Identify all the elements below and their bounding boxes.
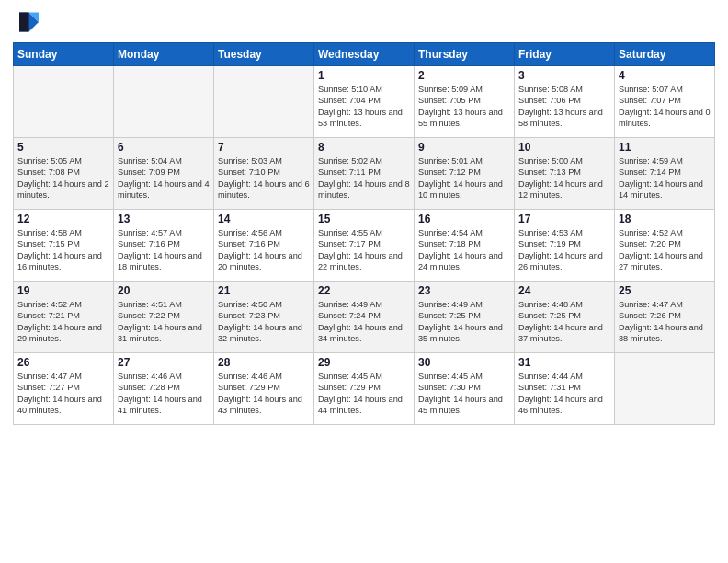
day-info: Sunrise: 4:55 AM Sunset: 7:17 PM Dayligh… <box>318 227 410 273</box>
day-info: Sunrise: 4:56 AM Sunset: 7:16 PM Dayligh… <box>218 227 310 273</box>
day-info: Sunrise: 4:50 AM Sunset: 7:23 PM Dayligh… <box>218 299 310 345</box>
calendar-cell: 15Sunrise: 4:55 AM Sunset: 7:17 PM Dayli… <box>314 210 415 282</box>
calendar-cell: 31Sunrise: 4:44 AM Sunset: 7:31 PM Dayli… <box>515 353 615 425</box>
week-row-1: 1Sunrise: 5:10 AM Sunset: 7:04 PM Daylig… <box>14 66 715 138</box>
logo <box>13 9 42 35</box>
day-number: 17 <box>518 213 610 225</box>
day-number: 10 <box>518 141 610 154</box>
day-number: 26 <box>17 356 109 369</box>
calendar-cell: 2Sunrise: 5:09 AM Sunset: 7:05 PM Daylig… <box>415 66 515 138</box>
day-number: 9 <box>418 141 510 154</box>
day-info: Sunrise: 5:09 AM Sunset: 7:05 PM Dayligh… <box>418 84 510 130</box>
day-info: Sunrise: 4:49 AM Sunset: 7:25 PM Dayligh… <box>418 299 510 345</box>
day-info: Sunrise: 4:48 AM Sunset: 7:25 PM Dayligh… <box>518 299 610 345</box>
day-number: 15 <box>318 213 410 225</box>
day-number: 28 <box>218 356 310 369</box>
calendar-cell: 29Sunrise: 4:45 AM Sunset: 7:29 PM Dayli… <box>314 353 415 425</box>
day-info: Sunrise: 4:51 AM Sunset: 7:22 PM Dayligh… <box>118 299 210 345</box>
weekday-header-saturday: Saturday <box>615 43 715 66</box>
week-row-5: 26Sunrise: 4:47 AM Sunset: 7:27 PM Dayli… <box>14 353 715 425</box>
day-number: 27 <box>118 356 210 369</box>
calendar-cell <box>14 66 114 138</box>
day-info: Sunrise: 4:49 AM Sunset: 7:24 PM Dayligh… <box>318 299 410 345</box>
calendar-cell <box>214 66 314 138</box>
day-info: Sunrise: 4:47 AM Sunset: 7:26 PM Dayligh… <box>619 299 711 345</box>
calendar-cell: 8Sunrise: 5:02 AM Sunset: 7:11 PM Daylig… <box>314 138 415 210</box>
calendar-cell: 10Sunrise: 5:00 AM Sunset: 7:13 PM Dayli… <box>515 138 615 210</box>
calendar-cell: 7Sunrise: 5:03 AM Sunset: 7:10 PM Daylig… <box>214 138 314 210</box>
calendar-cell: 23Sunrise: 4:49 AM Sunset: 7:25 PM Dayli… <box>415 282 515 353</box>
day-number: 24 <box>518 284 610 297</box>
calendar-cell: 26Sunrise: 4:47 AM Sunset: 7:27 PM Dayli… <box>14 353 114 425</box>
calendar-cell: 22Sunrise: 4:49 AM Sunset: 7:24 PM Dayli… <box>314 282 415 353</box>
day-info: Sunrise: 4:59 AM Sunset: 7:14 PM Dayligh… <box>619 155 711 201</box>
page: SundayMondayTuesdayWednesdayThursdayFrid… <box>0 0 728 563</box>
weekday-header-tuesday: Tuesday <box>214 43 314 66</box>
day-number: 21 <box>218 284 310 297</box>
calendar-cell: 1Sunrise: 5:10 AM Sunset: 7:04 PM Daylig… <box>314 66 415 138</box>
day-number: 14 <box>218 213 310 225</box>
calendar-cell: 3Sunrise: 5:08 AM Sunset: 7:06 PM Daylig… <box>515 66 615 138</box>
day-info: Sunrise: 4:45 AM Sunset: 7:30 PM Dayligh… <box>418 371 510 417</box>
calendar-cell <box>114 66 214 138</box>
calendar-cell: 25Sunrise: 4:47 AM Sunset: 7:26 PM Dayli… <box>615 282 715 353</box>
day-number: 25 <box>619 284 711 297</box>
day-info: Sunrise: 4:52 AM Sunset: 7:21 PM Dayligh… <box>17 299 109 345</box>
day-info: Sunrise: 4:53 AM Sunset: 7:19 PM Dayligh… <box>518 227 610 273</box>
calendar-cell: 20Sunrise: 4:51 AM Sunset: 7:22 PM Dayli… <box>114 282 214 353</box>
calendar-cell: 17Sunrise: 4:53 AM Sunset: 7:19 PM Dayli… <box>515 210 615 282</box>
day-info: Sunrise: 5:02 AM Sunset: 7:11 PM Dayligh… <box>318 155 410 201</box>
calendar-cell: 4Sunrise: 5:07 AM Sunset: 7:07 PM Daylig… <box>615 66 715 138</box>
header <box>13 9 715 35</box>
logo-icon <box>13 9 39 35</box>
day-number: 5 <box>17 141 109 154</box>
day-info: Sunrise: 4:54 AM Sunset: 7:18 PM Dayligh… <box>418 227 510 273</box>
calendar-cell: 28Sunrise: 4:46 AM Sunset: 7:29 PM Dayli… <box>214 353 314 425</box>
day-info: Sunrise: 5:08 AM Sunset: 7:06 PM Dayligh… <box>518 84 610 130</box>
day-number: 1 <box>318 69 410 82</box>
week-row-4: 19Sunrise: 4:52 AM Sunset: 7:21 PM Dayli… <box>14 282 715 353</box>
day-number: 4 <box>619 69 711 82</box>
calendar-cell: 30Sunrise: 4:45 AM Sunset: 7:30 PM Dayli… <box>415 353 515 425</box>
day-number: 30 <box>418 356 510 369</box>
day-info: Sunrise: 4:52 AM Sunset: 7:20 PM Dayligh… <box>619 227 711 273</box>
day-info: Sunrise: 4:47 AM Sunset: 7:27 PM Dayligh… <box>17 371 109 417</box>
weekday-header-sunday: Sunday <box>14 43 114 66</box>
week-row-3: 12Sunrise: 4:58 AM Sunset: 7:15 PM Dayli… <box>14 210 715 282</box>
day-number: 29 <box>318 356 410 369</box>
day-info: Sunrise: 5:10 AM Sunset: 7:04 PM Dayligh… <box>318 84 410 130</box>
day-info: Sunrise: 4:44 AM Sunset: 7:31 PM Dayligh… <box>518 371 610 417</box>
calendar-cell: 13Sunrise: 4:57 AM Sunset: 7:16 PM Dayli… <box>114 210 214 282</box>
day-number: 11 <box>619 141 711 154</box>
day-number: 13 <box>118 213 210 225</box>
day-info: Sunrise: 5:03 AM Sunset: 7:10 PM Dayligh… <box>218 155 310 201</box>
day-number: 31 <box>518 356 610 369</box>
day-info: Sunrise: 5:04 AM Sunset: 7:09 PM Dayligh… <box>118 155 210 201</box>
day-number: 12 <box>17 213 109 225</box>
day-info: Sunrise: 5:01 AM Sunset: 7:12 PM Dayligh… <box>418 155 510 201</box>
day-number: 23 <box>418 284 510 297</box>
day-number: 18 <box>619 213 711 225</box>
day-info: Sunrise: 4:57 AM Sunset: 7:16 PM Dayligh… <box>118 227 210 273</box>
weekday-header-row: SundayMondayTuesdayWednesdayThursdayFrid… <box>14 43 715 66</box>
day-number: 6 <box>118 141 210 154</box>
day-number: 19 <box>17 284 109 297</box>
calendar-cell: 5Sunrise: 5:05 AM Sunset: 7:08 PM Daylig… <box>14 138 114 210</box>
weekday-header-friday: Friday <box>515 43 615 66</box>
calendar-cell: 16Sunrise: 4:54 AM Sunset: 7:18 PM Dayli… <box>415 210 515 282</box>
calendar-cell <box>615 353 715 425</box>
day-number: 20 <box>118 284 210 297</box>
calendar-cell: 11Sunrise: 4:59 AM Sunset: 7:14 PM Dayli… <box>615 138 715 210</box>
calendar-table: SundayMondayTuesdayWednesdayThursdayFrid… <box>13 42 715 425</box>
day-number: 7 <box>218 141 310 154</box>
day-number: 16 <box>418 213 510 225</box>
day-info: Sunrise: 5:05 AM Sunset: 7:08 PM Dayligh… <box>17 155 109 201</box>
day-number: 3 <box>518 69 610 82</box>
day-info: Sunrise: 4:45 AM Sunset: 7:29 PM Dayligh… <box>318 371 410 417</box>
day-info: Sunrise: 5:00 AM Sunset: 7:13 PM Dayligh… <box>518 155 610 201</box>
day-info: Sunrise: 4:46 AM Sunset: 7:28 PM Dayligh… <box>118 371 210 417</box>
calendar-cell: 19Sunrise: 4:52 AM Sunset: 7:21 PM Dayli… <box>14 282 114 353</box>
calendar-cell: 24Sunrise: 4:48 AM Sunset: 7:25 PM Dayli… <box>515 282 615 353</box>
calendar-cell: 18Sunrise: 4:52 AM Sunset: 7:20 PM Dayli… <box>615 210 715 282</box>
calendar-cell: 14Sunrise: 4:56 AM Sunset: 7:16 PM Dayli… <box>214 210 314 282</box>
